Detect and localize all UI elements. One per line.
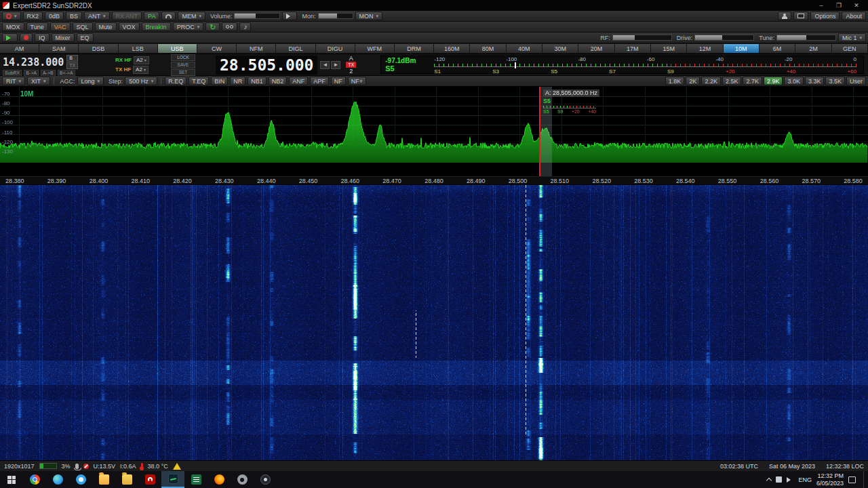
attenuator-button[interactable]: 0dB bbox=[45, 12, 64, 20]
mem-button[interactable]: MEM bbox=[178, 12, 205, 20]
volume-slider[interactable] bbox=[234, 13, 280, 19]
rit-button[interactable]: RIT bbox=[2, 77, 25, 85]
sql-button[interactable]: SQL bbox=[73, 22, 93, 31]
maximize-button[interactable]: ❐ bbox=[830, 0, 848, 11]
tx-hf-select[interactable]: A2 bbox=[133, 66, 149, 74]
mute-button[interactable]: Mute bbox=[95, 22, 117, 31]
width-3-5k[interactable]: 3.5K bbox=[825, 77, 845, 85]
step-select[interactable]: 500 Hz bbox=[125, 77, 157, 85]
band-2m[interactable]: 2M bbox=[795, 43, 831, 54]
mode-cw[interactable]: CW bbox=[197, 43, 237, 54]
mox-button[interactable]: MOX bbox=[2, 22, 24, 31]
show-desktop-button[interactable] bbox=[863, 471, 866, 488]
band-160m[interactable]: 160M bbox=[434, 43, 470, 54]
band-10m[interactable]: 10M bbox=[724, 43, 760, 54]
width-3-3k[interactable]: 3.3K bbox=[805, 77, 825, 85]
nf-button[interactable]: NF bbox=[331, 77, 346, 85]
mode-am[interactable]: AM bbox=[0, 43, 39, 54]
tune-slider[interactable] bbox=[776, 35, 836, 41]
tray-chevron-up-icon[interactable] bbox=[766, 477, 772, 483]
about-button[interactable]: About bbox=[842, 12, 866, 20]
start-button[interactable] bbox=[0, 471, 23, 488]
band-20m[interactable]: 20M bbox=[578, 43, 614, 54]
taskbar-file-explorer[interactable] bbox=[92, 471, 115, 488]
play-button[interactable] bbox=[2, 33, 18, 42]
options-button[interactable]: Options bbox=[810, 12, 840, 20]
taskbar-settings[interactable] bbox=[231, 471, 254, 488]
save-button[interactable]: SAVE bbox=[171, 62, 195, 68]
minimize-button[interactable]: – bbox=[812, 0, 830, 11]
close-button[interactable]: ✕ bbox=[848, 0, 865, 11]
action-center-icon[interactable] bbox=[848, 476, 856, 483]
bin-button[interactable]: BIN bbox=[211, 77, 228, 85]
headphones-button[interactable] bbox=[161, 12, 176, 20]
mode-usb[interactable]: USB bbox=[158, 43, 197, 54]
taskbar-acrobat[interactable] bbox=[138, 471, 161, 488]
taskbar-excel[interactable] bbox=[184, 471, 208, 488]
freq-up-button[interactable]: ► bbox=[331, 61, 340, 69]
taskbar-obs[interactable] bbox=[254, 471, 277, 488]
apf-button[interactable]: APF bbox=[310, 77, 329, 85]
band-6m[interactable]: 6M bbox=[760, 43, 795, 54]
width-2k[interactable]: 2K bbox=[686, 77, 700, 85]
power-button[interactable] bbox=[2, 12, 21, 20]
vfo-b-frequency[interactable]: 14.238.000 bbox=[3, 56, 64, 68]
rx-ant-button[interactable]: RX ANT bbox=[112, 12, 142, 20]
rf-slider[interactable] bbox=[612, 35, 672, 41]
taskbar-edge[interactable] bbox=[46, 471, 69, 488]
tray-app-icon[interactable] bbox=[776, 476, 782, 483]
nr-button[interactable]: NR bbox=[230, 77, 245, 85]
audio-button[interactable]: ♪ bbox=[239, 22, 251, 31]
anf-button[interactable]: ANF bbox=[289, 77, 308, 85]
tune-button[interactable]: Tune bbox=[26, 22, 48, 31]
waterfall-canvas[interactable] bbox=[0, 185, 868, 460]
agc-select[interactable]: Long bbox=[77, 77, 104, 85]
breakin-button[interactable]: BreakIn bbox=[142, 22, 171, 31]
mode-wfm[interactable]: WFM bbox=[355, 43, 395, 54]
taskbar-skype[interactable] bbox=[69, 471, 92, 488]
record-button[interactable] bbox=[20, 33, 33, 42]
pa-button[interactable]: PA bbox=[144, 12, 159, 20]
width-2-9k[interactable]: 2.9K bbox=[764, 77, 783, 85]
band-40m[interactable]: 40M bbox=[507, 43, 542, 54]
band-gen[interactable]: GEN bbox=[832, 43, 868, 54]
taskbar-firefox[interactable] bbox=[208, 471, 231, 488]
drive-slider[interactable] bbox=[694, 35, 754, 41]
vox-button[interactable]: VOX bbox=[119, 22, 140, 31]
vfo-a-frequency[interactable]: 28.505.000 bbox=[216, 56, 317, 75]
rx-eq-button[interactable]: R.EQ bbox=[165, 77, 186, 85]
band-80m[interactable]: 80M bbox=[470, 43, 506, 54]
proc-button[interactable]: PROC bbox=[173, 22, 204, 31]
speaker-button[interactable] bbox=[282, 12, 297, 20]
set-button[interactable]: SET bbox=[171, 69, 195, 76]
band-30m[interactable]: 30M bbox=[542, 43, 578, 54]
mode-lsb[interactable]: LSB bbox=[119, 43, 158, 54]
profile-button[interactable] bbox=[778, 12, 791, 20]
voice-recorder-button[interactable] bbox=[222, 22, 237, 31]
mode-nfm[interactable]: NFM bbox=[237, 43, 276, 54]
iq-button[interactable]: IQ bbox=[35, 33, 50, 42]
vac-button[interactable]: VAC bbox=[50, 22, 71, 31]
mic-select[interactable]: Mic 1 bbox=[838, 33, 866, 42]
taskbar-chrome[interactable] bbox=[23, 471, 46, 488]
nb2-button[interactable]: NB2 bbox=[269, 77, 288, 85]
mixer-button[interactable]: Mixer bbox=[52, 33, 75, 42]
tune-cursor-line[interactable] bbox=[539, 87, 540, 176]
tx-eq-button[interactable]: T.EQ bbox=[189, 77, 209, 85]
mode-drm[interactable]: DRM bbox=[395, 43, 434, 54]
language-indicator[interactable]: ENG bbox=[798, 476, 812, 483]
nb1-button[interactable]: NB1 bbox=[248, 77, 267, 85]
mon-select[interactable]: MON bbox=[355, 12, 383, 20]
width-2-5k[interactable]: 2.5K bbox=[722, 77, 742, 85]
rx2-button[interactable]: RX2 bbox=[23, 12, 43, 20]
width-2-2k[interactable]: 2.2K bbox=[701, 77, 721, 85]
band-12m[interactable]: 12M bbox=[687, 43, 723, 54]
spectrum-canvas[interactable] bbox=[0, 87, 868, 176]
rx-hf-select[interactable]: A2 bbox=[134, 56, 149, 64]
bs-button[interactable]: BS bbox=[66, 12, 82, 20]
nf-plus-button[interactable]: NF+ bbox=[348, 77, 366, 85]
band-17m[interactable]: 17M bbox=[615, 43, 651, 54]
width-1-8k[interactable]: 1.8K bbox=[665, 77, 685, 85]
eq-button[interactable]: EQ bbox=[77, 33, 94, 42]
display-button[interactable] bbox=[793, 12, 808, 20]
